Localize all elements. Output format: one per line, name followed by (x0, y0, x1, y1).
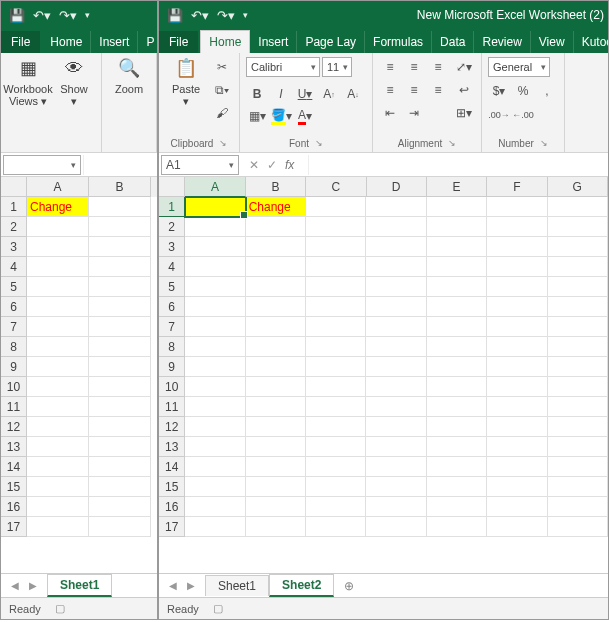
cell-F6[interactable] (487, 297, 547, 317)
cell-B16[interactable] (246, 497, 306, 517)
row-header-9[interactable]: 9 (1, 357, 27, 377)
cell-A8[interactable] (27, 337, 89, 357)
cell-E11[interactable] (427, 397, 487, 417)
tab-file[interactable]: File (159, 31, 198, 53)
cell-B8[interactable] (246, 337, 306, 357)
cell-D2[interactable] (366, 217, 426, 237)
cell-G15[interactable] (548, 477, 608, 497)
enter-formula-icon[interactable]: ✓ (267, 158, 277, 172)
tab-formulas[interactable]: Formulas (365, 31, 432, 53)
cell-G4[interactable] (548, 257, 608, 277)
qat-customize-icon[interactable]: ▾ (243, 10, 248, 20)
row-header-2[interactable]: 2 (1, 217, 27, 237)
alignment-dialog-icon[interactable]: ↘ (448, 138, 456, 148)
cell-G9[interactable] (548, 357, 608, 377)
cell-B10[interactable] (89, 377, 151, 397)
cell-G14[interactable] (548, 457, 608, 477)
sheet-nav-next-icon[interactable]: ▶ (29, 580, 37, 591)
cell-G12[interactable] (548, 417, 608, 437)
cell-F9[interactable] (487, 357, 547, 377)
cell-E7[interactable] (427, 317, 487, 337)
copy-button[interactable]: ⧉▾ (211, 80, 233, 100)
tab-p[interactable]: P (138, 31, 157, 53)
add-sheet-button[interactable]: ⊕ (334, 579, 364, 593)
cell-A2[interactable] (27, 217, 89, 237)
cell-C6[interactable] (306, 297, 366, 317)
cell-A4[interactable] (27, 257, 89, 277)
cell-A16[interactable] (27, 497, 89, 517)
cell-B4[interactable] (246, 257, 306, 277)
cell-A8[interactable] (185, 337, 245, 357)
cell-F12[interactable] (487, 417, 547, 437)
cell-C15[interactable] (306, 477, 366, 497)
cell-B7[interactable] (246, 317, 306, 337)
cell-B4[interactable] (89, 257, 151, 277)
cell-A10[interactable] (185, 377, 245, 397)
cell-A11[interactable] (27, 397, 89, 417)
row-header-12[interactable]: 12 (159, 417, 185, 437)
col-header-A[interactable]: A (185, 177, 245, 197)
cell-A13[interactable] (185, 437, 245, 457)
cell-C9[interactable] (306, 357, 366, 377)
cell-E2[interactable] (427, 217, 487, 237)
cell-B17[interactable] (246, 517, 306, 537)
cell-C3[interactable] (306, 237, 366, 257)
cell-F16[interactable] (487, 497, 547, 517)
cell-B16[interactable] (89, 497, 151, 517)
cell-B17[interactable] (89, 517, 151, 537)
cell-E13[interactable] (427, 437, 487, 457)
cell-D11[interactable] (366, 397, 426, 417)
cell-B2[interactable] (246, 217, 306, 237)
name-box-right[interactable]: A1▾ (161, 155, 239, 175)
cell-C14[interactable] (306, 457, 366, 477)
cell-A11[interactable] (185, 397, 245, 417)
number-format-combo[interactable]: General (488, 57, 550, 77)
align-middle-button[interactable]: ≡ (403, 57, 425, 77)
cell-F1[interactable] (487, 197, 547, 217)
row-header-9[interactable]: 9 (159, 357, 185, 377)
cell-C4[interactable] (306, 257, 366, 277)
align-left-button[interactable]: ≡ (379, 80, 401, 100)
cell-C11[interactable] (306, 397, 366, 417)
redo-icon[interactable]: ↷▾ (217, 8, 235, 23)
sheet-tab-sheet1[interactable]: Sheet1 (47, 574, 112, 597)
cell-A5[interactable] (185, 277, 245, 297)
cell-E12[interactable] (427, 417, 487, 437)
cell-D8[interactable] (366, 337, 426, 357)
row-header-10[interactable]: 10 (1, 377, 27, 397)
cell-B15[interactable] (89, 477, 151, 497)
row-header-5[interactable]: 5 (1, 277, 27, 297)
font-name-combo[interactable]: Calibri (246, 57, 320, 77)
bold-button[interactable]: B (246, 84, 268, 104)
tab-home[interactable]: Home (42, 31, 91, 53)
align-center-button[interactable]: ≡ (403, 80, 425, 100)
cell-G13[interactable] (548, 437, 608, 457)
row-header-1[interactable]: 1 (159, 197, 185, 217)
cell-A10[interactable] (27, 377, 89, 397)
col-header-B[interactable]: B (89, 177, 151, 197)
cell-F3[interactable] (487, 237, 547, 257)
row-header-6[interactable]: 6 (1, 297, 27, 317)
italic-button[interactable]: I (270, 84, 292, 104)
cell-B10[interactable] (246, 377, 306, 397)
align-top-button[interactable]: ≡ (379, 57, 401, 77)
orientation-button[interactable]: ⤢▾ (453, 57, 475, 77)
decrease-decimal-button[interactable]: ←.00 (512, 105, 534, 125)
row-header-7[interactable]: 7 (1, 317, 27, 337)
cell-A6[interactable] (185, 297, 245, 317)
row-header-17[interactable]: 17 (1, 517, 27, 537)
cell-A4[interactable] (185, 257, 245, 277)
formula-input-right[interactable] (308, 155, 608, 175)
cell-A1[interactable] (185, 197, 245, 217)
cell-G11[interactable] (548, 397, 608, 417)
percent-format-button[interactable]: % (512, 81, 534, 101)
increase-decimal-button[interactable]: .00→ (488, 105, 510, 125)
align-right-button[interactable]: ≡ (427, 80, 449, 100)
cell-C5[interactable] (306, 277, 366, 297)
font-color-button[interactable]: A▾ (294, 106, 316, 126)
cell-G6[interactable] (548, 297, 608, 317)
row-header-14[interactable]: 14 (159, 457, 185, 477)
row-header-12[interactable]: 12 (1, 417, 27, 437)
cell-D5[interactable] (366, 277, 426, 297)
row-header-10[interactable]: 10 (159, 377, 185, 397)
